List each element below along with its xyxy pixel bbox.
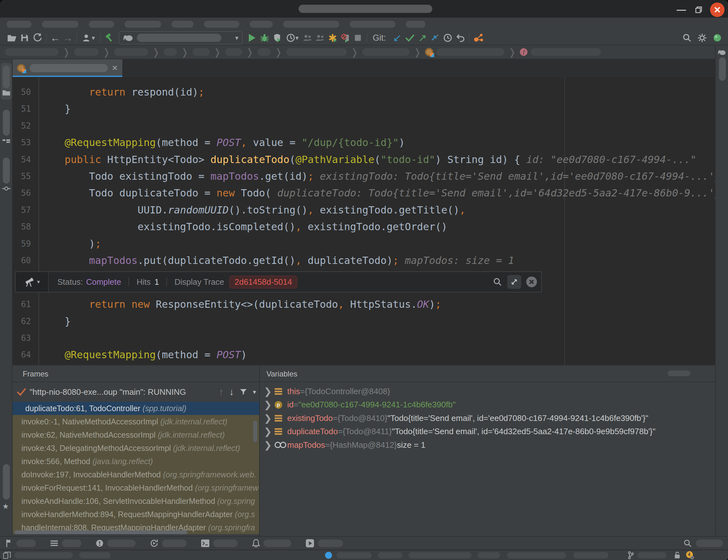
- stack-frame-row[interactable]: invoke:62, NativeMethodAccessorImpl (jdk…: [13, 428, 259, 441]
- redacted-breadcrumb-item[interactable]: [114, 48, 148, 56]
- frames-vertical-scrollbar[interactable]: [253, 421, 257, 442]
- expand-chevron-icon[interactable]: ❯: [264, 413, 275, 424]
- variable-row[interactable]: ❯this = {TodoController@8408}: [260, 385, 715, 398]
- thread-selector[interactable]: "http-nio-8080-exe...oup "main": RUNNING…: [13, 382, 259, 402]
- code-line[interactable]: 60 mapTodos.put(duplicateTodo.getId(), d…: [13, 252, 715, 269]
- code-line[interactable]: 61 return new ResponseEntity<>(duplicate…: [13, 296, 715, 313]
- code-line[interactable]: 56 Todo duplicateTodo = new Todo( duplic…: [13, 185, 715, 201]
- forward-icon[interactable]: →: [61, 32, 74, 44]
- redacted-breadcrumb-method[interactable]: [531, 48, 601, 56]
- structure-icon[interactable]: [2, 139, 10, 143]
- expand-chevron-icon[interactable]: ❯: [264, 399, 275, 410]
- close-button[interactable]: [710, 3, 725, 17]
- git-update-icon[interactable]: ↙: [391, 32, 404, 44]
- redacted-header-control[interactable]: [668, 370, 690, 376]
- debug-icon[interactable]: [258, 32, 271, 44]
- git-branch-icon[interactable]: [627, 551, 634, 559]
- code-line[interactable]: 53 @RequestMapping(method = POST, value …: [13, 134, 715, 151]
- rerun-tests-icon[interactable]: [326, 32, 339, 44]
- expand-chevron-icon[interactable]: ❯: [264, 426, 275, 437]
- redacted-breadcrumb-item[interactable]: [286, 48, 347, 56]
- sync-icon[interactable]: [31, 32, 44, 44]
- run-configuration-select[interactable]: ▾: [119, 31, 242, 44]
- toolwindow-vcs[interactable]: [5, 539, 36, 547]
- git-commit-icon[interactable]: [404, 32, 416, 44]
- code-line[interactable]: 64 @RequestMapping(method = POST): [13, 347, 715, 363]
- chevron-down-icon[interactable]: ▾: [253, 388, 256, 396]
- code-line[interactable]: 57 UUID.randomUUID().toString(), existin…: [13, 202, 715, 219]
- stack-frame-row[interactable]: invoke0:-1, NativeMethodAccessorImpl (jd…: [13, 415, 259, 428]
- redacted-menu-item[interactable]: [42, 21, 79, 28]
- history-icon[interactable]: [441, 32, 454, 44]
- assistant-orb-icon[interactable]: [711, 32, 724, 44]
- editor-tab-active[interactable]: ✕: [13, 59, 122, 77]
- code-line[interactable]: 54 public HttpEntity<Todo> duplicateTodo…: [13, 151, 715, 168]
- variable-row[interactable]: ❯mapTodos = {HashMap@8412} size = 1: [260, 438, 715, 452]
- stop-listening-icon[interactable]: [339, 32, 352, 44]
- attach-profiler-icon[interactable]: [301, 32, 314, 44]
- toolwindow-problems[interactable]: [96, 540, 136, 547]
- search-icon[interactable]: [681, 32, 693, 44]
- run-with-coverage-icon[interactable]: [271, 32, 283, 44]
- code-line[interactable]: 62 }: [13, 313, 715, 330]
- attach-debugger-icon[interactable]: [314, 32, 326, 44]
- code-line[interactable]: 63: [13, 330, 715, 347]
- stack-frame-row[interactable]: invoke:43, DelegatingMethodAccessorImpl …: [13, 441, 259, 455]
- stack-frame-current[interactable]: duplicateTodo:61, TodoController (spp.tu…: [13, 402, 259, 415]
- redacted-breadcrumb-item[interactable]: [74, 48, 99, 56]
- redacted-breadcrumb-item[interactable]: [164, 48, 177, 56]
- expand-chevron-icon[interactable]: ❯: [264, 386, 275, 397]
- trace-id-badge[interactable]: 2d61458d-5014: [229, 276, 297, 289]
- redacted-menu-item[interactable]: [204, 21, 239, 28]
- code-line[interactable]: 59 );: [13, 236, 715, 252]
- code-editor[interactable]: 50 return respond(id);51 }5253 @RequestM…: [13, 77, 715, 365]
- code-line[interactable]: 50 return respond(id);: [13, 84, 715, 101]
- lock-icon[interactable]: [674, 551, 680, 559]
- stack-frame-row[interactable]: doInvoke:197, InvocableHandlerMethod (or…: [13, 468, 259, 481]
- variable-row[interactable]: ❯existingTodo = {Todo@8410} "Todo{title=…: [260, 411, 715, 425]
- toolwindow-services[interactable]: [306, 539, 343, 547]
- restore-button[interactable]: [695, 6, 702, 13]
- stack-frame-row[interactable]: invoke:566, Method (java.lang.reflect): [13, 455, 259, 468]
- profiler-icon[interactable]: ▾: [283, 32, 301, 44]
- minimize-button[interactable]: [677, 10, 686, 11]
- trace-bar-left-section[interactable]: ▾: [15, 272, 49, 292]
- back-icon[interactable]: ←: [49, 32, 61, 44]
- filter-icon[interactable]: [240, 388, 247, 396]
- save-icon[interactable]: [18, 32, 31, 44]
- code-line[interactable]: 55 Todo existingTodo = mapTodos.get(id);…: [13, 168, 715, 185]
- redacted-menu-item[interactable]: [406, 21, 425, 28]
- redacted-breadcrumb-item[interactable]: [258, 48, 271, 56]
- trace-search-icon[interactable]: [493, 277, 502, 287]
- redacted-menu-item[interactable]: [250, 21, 273, 28]
- toolwindow-terminal[interactable]: [201, 540, 238, 547]
- stop-icon[interactable]: [352, 32, 364, 44]
- sync-notification-icon[interactable]: [685, 551, 694, 560]
- toolwindow-run[interactable]: [150, 539, 187, 547]
- gradle-elephant-icon[interactable]: [718, 49, 726, 55]
- stack-frame-row[interactable]: invokeHandlerMethod:894, RequestMappingH…: [13, 508, 259, 521]
- redacted-menu-item[interactable]: [7, 21, 32, 28]
- code-line[interactable]: 58 existingTodo.isCompleted(), existingT…: [13, 219, 715, 235]
- redacted-breadcrumb-class[interactable]: [436, 48, 504, 56]
- stack-frame-row[interactable]: invokeAndHandle:106, ServletInvocableHan…: [13, 494, 259, 508]
- undo-icon[interactable]: [454, 32, 467, 44]
- code-line[interactable]: 52: [13, 118, 715, 134]
- redacted-menu-item[interactable]: [283, 21, 339, 28]
- git-push-icon[interactable]: ↗: [416, 32, 429, 44]
- stack-frame-row[interactable]: invokeForRequest:141, InvocableHandlerMe…: [13, 481, 259, 494]
- expand-chevron-icon[interactable]: ❯: [264, 440, 275, 451]
- redacted-breadcrumb-item[interactable]: [225, 48, 242, 56]
- variable-row[interactable]: ❯duplicateTodo = {Todo@8411} "Todo{title…: [260, 425, 715, 439]
- variable-row[interactable]: ❯pid = "ee0d7080-c167-4994-9241-1c4b6fe3…: [260, 398, 715, 412]
- profile-icon[interactable]: ▾: [79, 32, 98, 44]
- redacted-menu-item[interactable]: [89, 21, 114, 28]
- toolwindow-todo[interactable]: [50, 540, 81, 547]
- redacted-breadcrumb-item[interactable]: [362, 48, 410, 56]
- frames-horizontal-scrollbar[interactable]: [15, 530, 187, 534]
- redacted-breadcrumb-item[interactable]: [5, 48, 59, 56]
- git-merge-icon[interactable]: [429, 32, 441, 44]
- commit-icon[interactable]: [2, 186, 10, 191]
- plugin-molecule-icon[interactable]: [472, 32, 485, 44]
- arrow-up-icon[interactable]: ↑: [219, 387, 224, 397]
